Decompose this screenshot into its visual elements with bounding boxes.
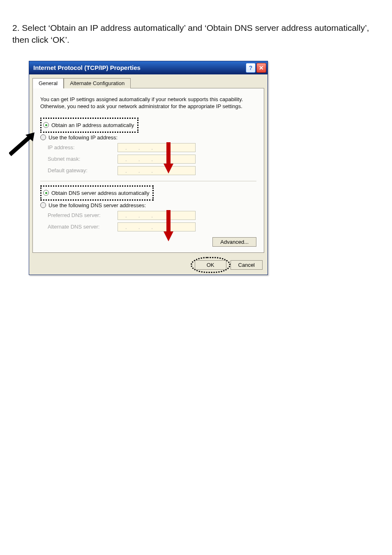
advanced-button[interactable]: Advanced...	[212, 237, 256, 247]
dialog-titlebar: Internet Protocol (TCP/IP) Properties ? …	[29, 61, 267, 74]
dialog-figure: Internet Protocol (TCP/IP) Properties ? …	[29, 61, 268, 275]
tab-alternate-configuration[interactable]: Alternate Configuration	[64, 78, 131, 88]
preferred-dns-input: ...	[118, 211, 196, 220]
radio-obtain-dns[interactable]	[43, 190, 49, 196]
ok-button[interactable]: OK	[195, 260, 226, 270]
tab-strip: General Alternate Configuration	[29, 74, 267, 88]
cancel-button[interactable]: Cancel	[231, 260, 263, 270]
subnet-mask-input: ...	[118, 155, 196, 164]
radio-obtain-dns-label: Obtain DNS server address automatically	[51, 190, 149, 196]
alternate-dns-label: Alternate DNS server:	[48, 224, 118, 230]
ip-address-label: IP address:	[48, 144, 118, 150]
default-gateway-input: ...	[118, 166, 196, 175]
preferred-dns-label: Preferred DNS server:	[48, 212, 118, 218]
radio-use-dns[interactable]	[40, 202, 46, 208]
ip-address-input: ...	[118, 143, 196, 152]
dns-radio-group: Obtain DNS server address automatically …	[40, 185, 256, 231]
subnet-mask-label: Subnet mask:	[48, 156, 118, 162]
tcpip-properties-dialog: Internet Protocol (TCP/IP) Properties ? …	[29, 61, 268, 275]
close-button[interactable]: ✕	[256, 63, 266, 73]
alternate-dns-input: ...	[118, 222, 196, 231]
separator	[40, 181, 256, 181]
radio-obtain-ip[interactable]	[43, 122, 49, 128]
default-gateway-label: Default gateway:	[48, 167, 118, 173]
tab-body-general: You can get IP settings assigned automat…	[32, 88, 264, 253]
instruction-text: 2. Select ‘Obtain an IP address automati…	[12, 22, 380, 46]
dialog-title: Internet Protocol (TCP/IP) Properties	[33, 64, 141, 71]
tab-general[interactable]: General	[32, 78, 64, 88]
radio-use-dns-label: Use the following DNS server addresses:	[48, 202, 146, 208]
dialog-button-row: OK Cancel	[29, 256, 267, 275]
description-text: You can get IP settings assigned automat…	[40, 96, 256, 110]
ip-radio-group: Obtain an IP address automatically Use t…	[40, 118, 256, 175]
help-button[interactable]: ?	[246, 63, 256, 73]
radio-obtain-ip-label: Obtain an IP address automatically	[51, 122, 134, 128]
radio-use-ip[interactable]	[40, 134, 46, 140]
annotation-arrow-icon	[9, 132, 38, 156]
radio-use-ip-label: Use the following IP address:	[48, 134, 118, 141]
